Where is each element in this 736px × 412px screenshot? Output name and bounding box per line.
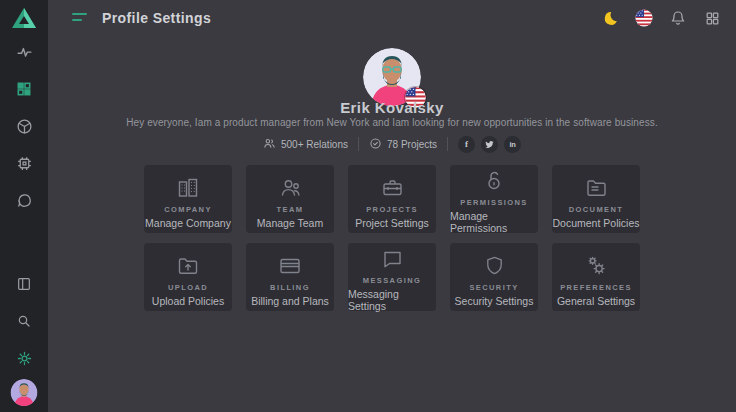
facebook-button[interactable]: f xyxy=(458,136,475,153)
card-projects[interactable]: PROJECTS Project Settings xyxy=(348,165,436,233)
card-permissions[interactable]: PERMISSIONS Manage Permissions xyxy=(450,165,538,233)
profile-name: Erik Kovalsky xyxy=(48,99,736,116)
shield-icon xyxy=(483,252,506,278)
relations-label: 500+ Relations xyxy=(281,139,348,150)
top-header: Profile Settings xyxy=(48,0,736,36)
cpu-chip-icon xyxy=(16,155,33,172)
card-title: Billing and Plans xyxy=(251,295,329,307)
card-title: Manage Permissions xyxy=(450,210,538,234)
gear-icon xyxy=(16,350,33,367)
layout-panel-icon xyxy=(16,276,32,292)
card-upload[interactable]: UPLOAD Upload Policies xyxy=(144,243,232,311)
card-label: PROJECTS xyxy=(366,205,418,214)
card-title: Upload Policies xyxy=(152,295,224,307)
briefcase-icon xyxy=(380,174,405,200)
credit-card-icon xyxy=(277,252,303,278)
chat-bubble-icon xyxy=(380,247,405,271)
card-title: Manage Company xyxy=(145,217,231,229)
notifications-bell-icon[interactable] xyxy=(668,8,688,28)
facebook-icon: f xyxy=(465,139,468,149)
sidebar-item-chat[interactable] xyxy=(14,190,34,210)
card-title: Document Policies xyxy=(553,217,640,229)
folder-upload-icon xyxy=(176,252,200,278)
sidebar-item-system[interactable] xyxy=(14,153,34,173)
card-title: Manage Team xyxy=(257,217,323,229)
language-flag-icon[interactable] xyxy=(634,8,654,28)
sidebar-item-packages[interactable] xyxy=(14,116,34,136)
profile-stats-row: 500+ Relations 78 Projects f xyxy=(48,135,736,153)
sidebar-user-avatar[interactable] xyxy=(11,379,38,406)
sidebar-item-activity[interactable] xyxy=(14,42,34,62)
card-label: TEAM xyxy=(277,205,304,214)
folder-lines-icon xyxy=(584,174,609,200)
sidebar-item-layout[interactable] xyxy=(14,274,34,294)
card-document[interactable]: DOCUMENT Document Policies xyxy=(552,165,640,233)
projects-label: 78 Projects xyxy=(387,139,437,150)
gears-icon xyxy=(584,252,609,278)
divider xyxy=(447,137,448,151)
package-sphere-icon xyxy=(16,118,33,135)
people-icon xyxy=(263,137,276,152)
card-label: DOCUMENT xyxy=(569,205,624,214)
chat-round-icon xyxy=(16,192,33,209)
twitter-button[interactable] xyxy=(481,136,498,153)
buildings-icon xyxy=(176,174,200,200)
projects-stat: 78 Projects xyxy=(369,137,437,152)
card-messaging[interactable]: MESSAGING Messaging Settings xyxy=(348,243,436,311)
card-title: Security Settings xyxy=(455,295,534,307)
linkedin-icon: in xyxy=(509,140,515,149)
card-security[interactable]: SECURITY Security Settings xyxy=(450,243,538,311)
card-title: General Settings xyxy=(557,295,635,307)
settings-cards-grid: COMPANY Manage Company TEAM Manage Team … xyxy=(144,165,640,311)
card-company[interactable]: COMPANY Manage Company xyxy=(144,165,232,233)
sidebar xyxy=(0,0,48,412)
linkedin-button[interactable]: in xyxy=(504,136,521,153)
card-label: UPLOAD xyxy=(168,283,208,292)
activity-icon xyxy=(16,44,33,61)
profile-avatar xyxy=(363,48,421,106)
sidebar-item-dashboard[interactable] xyxy=(14,79,34,99)
card-title: Project Settings xyxy=(355,217,429,229)
app-logo-icon[interactable] xyxy=(11,7,37,29)
card-label: MESSAGING xyxy=(363,276,421,285)
divider xyxy=(358,137,359,151)
menu-toggle-icon[interactable] xyxy=(72,12,88,24)
card-label: SECURITY xyxy=(469,283,518,292)
card-billing[interactable]: BILLING Billing and Plans xyxy=(246,243,334,311)
twitter-icon xyxy=(485,135,494,153)
search-icon xyxy=(16,313,32,329)
dark-mode-moon-icon[interactable] xyxy=(600,8,620,28)
card-label: PREFERENCES xyxy=(560,283,632,292)
sidebar-item-search[interactable] xyxy=(14,311,34,331)
card-preferences[interactable]: PREFERENCES General Settings xyxy=(552,243,640,311)
people-icon xyxy=(278,174,303,200)
sidebar-item-settings[interactable] xyxy=(14,348,34,368)
dashboard-grid-icon xyxy=(16,81,32,97)
social-links: f in xyxy=(458,136,521,153)
open-lock-icon xyxy=(482,168,506,193)
page-title: Profile Settings xyxy=(102,10,211,26)
card-label: BILLING xyxy=(270,283,310,292)
card-title: Messaging Settings xyxy=(348,288,436,312)
check-circle-icon xyxy=(369,137,382,152)
card-label: PERMISSIONS xyxy=(460,198,528,207)
main-content: Erik Kovalsky Hey everyone, Iam a produc… xyxy=(48,0,736,412)
card-team[interactable]: TEAM Manage Team xyxy=(246,165,334,233)
profile-bio: Hey everyone, Iam a product manager from… xyxy=(48,117,736,128)
relations-stat: 500+ Relations xyxy=(263,137,348,152)
card-label: COMPANY xyxy=(164,205,212,214)
apps-grid-icon[interactable] xyxy=(702,8,722,28)
